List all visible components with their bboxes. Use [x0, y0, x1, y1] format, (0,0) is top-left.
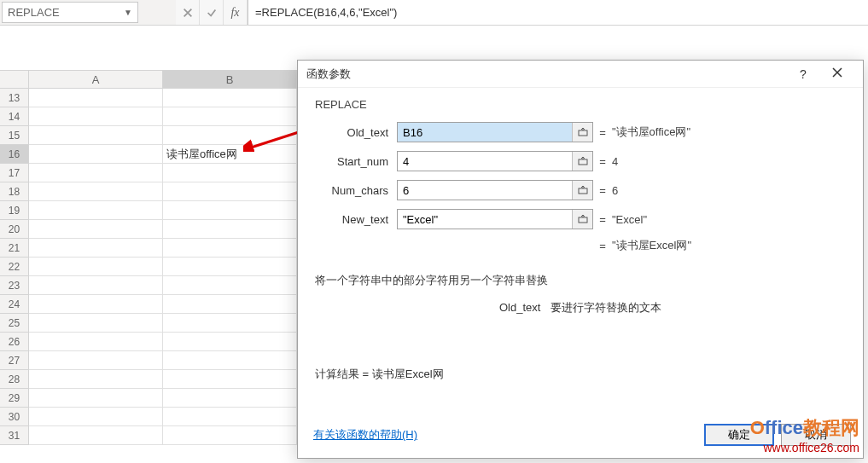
formula-text: =REPLACE(B16,4,6,"Excel") — [255, 6, 397, 19]
select-all-corner[interactable] — [0, 71, 29, 88]
collapse-dialog-button[interactable] — [572, 181, 592, 200]
formula-input[interactable]: =REPLACE(B16,4,6,"Excel") — [248, 0, 868, 25]
insert-function-button[interactable]: fx — [224, 0, 248, 25]
cell[interactable] — [29, 145, 163, 164]
cell[interactable] — [163, 182, 297, 201]
cell[interactable] — [163, 295, 297, 314]
cell-b16[interactable]: 读书屋office网 — [163, 145, 297, 164]
cell[interactable] — [163, 258, 297, 276]
row-header[interactable]: 23 — [0, 276, 29, 295]
enter-formula-button[interactable] — [200, 0, 224, 25]
row-header[interactable]: 28 — [0, 370, 29, 389]
arg-row-new-text: New_text = "Excel" — [312, 205, 849, 234]
rows: 13 14 15 16读书屋office网 17 18 19 20 21 22 … — [0, 89, 297, 445]
calc-result-label: 计算结果 = — [315, 368, 369, 380]
cell[interactable] — [29, 295, 163, 314]
collapse-dialog-button[interactable] — [572, 210, 592, 229]
svg-rect-3 — [579, 188, 587, 194]
cell[interactable] — [29, 89, 163, 107]
collapse-dialog-button[interactable] — [572, 152, 592, 171]
cell[interactable] — [29, 220, 163, 239]
row-header[interactable]: 16 — [0, 145, 29, 164]
cell[interactable] — [163, 351, 297, 370]
row-header[interactable]: 25 — [0, 314, 29, 333]
collapse-dialog-button[interactable] — [572, 123, 592, 142]
row-header[interactable]: 13 — [0, 89, 29, 107]
cell[interactable] — [163, 89, 297, 107]
ok-button[interactable]: 确定 — [704, 424, 774, 446]
cell[interactable] — [163, 107, 297, 126]
name-box[interactable]: REPLACE ▼ — [2, 2, 138, 23]
dialog-footer: 有关该函数的帮助(H) 确定 取消 — [298, 415, 863, 458]
inline-result: "读书屋Excel网" — [612, 238, 691, 253]
chevron-down-icon[interactable]: ▼ — [124, 8, 132, 17]
close-button[interactable] — [820, 67, 854, 81]
function-help-link[interactable]: 有关该函数的帮助(H) — [313, 427, 417, 443]
cell[interactable] — [29, 201, 163, 220]
column-header-a[interactable]: A — [29, 71, 163, 88]
formula-bar: REPLACE ▼ fx =REPLACE(B16,4,6,"Excel") — [0, 0, 868, 26]
cell[interactable] — [163, 201, 297, 220]
cell[interactable] — [163, 239, 297, 258]
cancel-formula-button[interactable] — [176, 0, 200, 25]
range-select-icon — [578, 214, 588, 224]
cell[interactable] — [163, 389, 297, 408]
cell[interactable] — [163, 426, 297, 445]
cell[interactable] — [29, 276, 163, 295]
cell[interactable] — [29, 107, 163, 126]
function-arguments-dialog: 函数参数 ? REPLACE Old_text = "读书屋office网" S… — [297, 60, 864, 459]
argument-help: Old_text 要进行字符替换的文本 — [312, 300, 849, 315]
help-button[interactable]: ? — [786, 67, 820, 81]
cell[interactable] — [163, 408, 297, 426]
arg-label: Start_num — [312, 155, 397, 168]
cell[interactable] — [29, 239, 163, 258]
cell[interactable] — [163, 333, 297, 351]
cell[interactable] — [29, 182, 163, 201]
arg-label: Old_text — [312, 126, 397, 139]
cell[interactable] — [29, 408, 163, 426]
cell[interactable] — [163, 164, 297, 182]
cancel-button[interactable]: 取消 — [781, 424, 851, 446]
row-header[interactable]: 19 — [0, 201, 29, 220]
cell[interactable] — [163, 276, 297, 295]
arg-input-start-num[interactable] — [398, 152, 572, 171]
cell[interactable] — [29, 126, 163, 145]
cell[interactable] — [163, 126, 297, 145]
row-header[interactable]: 29 — [0, 389, 29, 408]
cell[interactable] — [29, 314, 163, 333]
cell[interactable] — [29, 333, 163, 351]
arg-label: New_text — [312, 213, 397, 226]
arg-evaluated: "读书屋office网" — [612, 124, 690, 140]
cell[interactable] — [163, 314, 297, 333]
row-header[interactable]: 22 — [0, 258, 29, 276]
arg-input-new-text[interactable] — [398, 210, 572, 229]
row-header[interactable]: 27 — [0, 351, 29, 370]
arg-input-num-chars[interactable] — [398, 181, 572, 200]
cell[interactable] — [29, 258, 163, 276]
equals-icon: = — [593, 184, 612, 197]
column-headers: A B — [0, 70, 297, 89]
cell[interactable] — [29, 351, 163, 370]
spreadsheet-grid[interactable]: A B 13 14 15 16读书屋office网 17 18 19 20 21… — [0, 70, 297, 445]
arg-input-old-text[interactable] — [398, 123, 572, 142]
row-header[interactable]: 17 — [0, 164, 29, 182]
cell[interactable] — [163, 220, 297, 239]
row-header[interactable]: 14 — [0, 107, 29, 126]
row-header[interactable]: 26 — [0, 333, 29, 351]
row-header[interactable]: 30 — [0, 408, 29, 426]
cell[interactable] — [163, 370, 297, 389]
cell[interactable] — [29, 370, 163, 389]
row-header[interactable]: 15 — [0, 126, 29, 145]
row-header[interactable]: 21 — [0, 239, 29, 258]
svg-rect-1 — [579, 130, 587, 136]
row-header[interactable]: 24 — [0, 295, 29, 314]
row-header[interactable]: 20 — [0, 220, 29, 239]
cell[interactable] — [29, 389, 163, 408]
cell[interactable] — [29, 426, 163, 445]
cell[interactable] — [29, 164, 163, 182]
column-header-b[interactable]: B — [163, 71, 297, 88]
row-header[interactable]: 18 — [0, 182, 29, 201]
row-header[interactable]: 31 — [0, 426, 29, 445]
fx-icon: fx — [230, 6, 239, 20]
equals-icon: = — [593, 126, 612, 139]
